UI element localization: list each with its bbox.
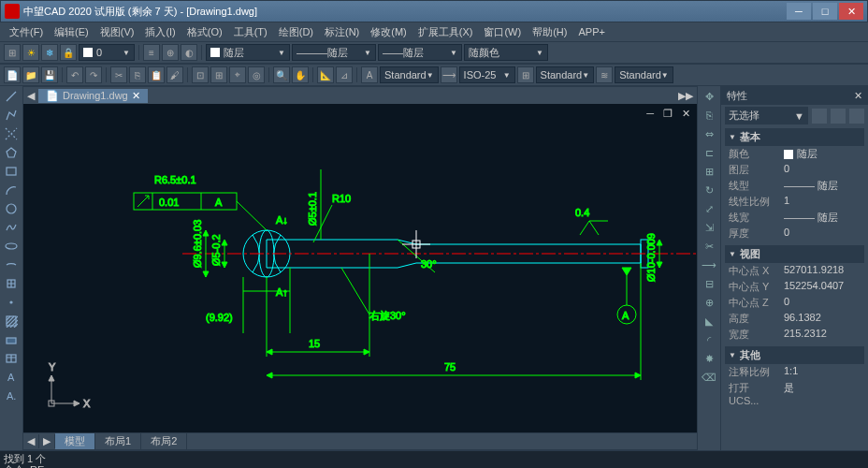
array-icon[interactable]: ⊞: [700, 163, 718, 180]
section-basic[interactable]: 基本: [725, 128, 864, 146]
tool-btn[interactable]: ⊿: [336, 66, 353, 83]
point-icon[interactable]: [2, 294, 21, 311]
dimstyle-dropdown[interactable]: ISO-25▼: [459, 66, 515, 83]
prop-row[interactable]: 线性比例1: [725, 194, 864, 210]
extend-icon[interactable]: ⟶: [700, 256, 718, 273]
linetype-dropdown[interactable]: ———随层▼: [292, 44, 376, 61]
tool-btn[interactable]: ◎: [248, 66, 265, 83]
spline-icon[interactable]: [2, 219, 21, 236]
prop-row[interactable]: 线型——— 随层: [725, 178, 864, 194]
tool-btn[interactable]: ◐: [181, 44, 197, 61]
menu-file[interactable]: 文件(F): [4, 23, 49, 41]
tool-btn[interactable]: ⌖: [229, 66, 246, 83]
section-view[interactable]: 视图: [725, 245, 864, 263]
textstyle-dropdown[interactable]: Standard▼: [380, 66, 439, 83]
tab-model[interactable]: 模型: [55, 433, 95, 449]
menu-dim[interactable]: 标注(N): [319, 23, 365, 41]
maximize-button[interactable]: □: [813, 3, 837, 20]
explode-icon[interactable]: ✸: [700, 350, 718, 367]
prop-row[interactable]: 宽度215.2312: [725, 327, 864, 343]
tool-btn[interactable]: ⊡: [192, 66, 209, 83]
region-icon[interactable]: [2, 331, 21, 348]
rotate-icon[interactable]: ↻: [700, 182, 718, 198]
mlstyle-dropdown[interactable]: Standard▼: [615, 66, 673, 83]
tool-btn[interactable]: ⊞: [210, 66, 227, 83]
tool-btn[interactable]: ≡: [143, 44, 160, 61]
join-icon[interactable]: ⊕: [700, 294, 718, 311]
copy-icon[interactable]: ⎘: [700, 107, 718, 124]
prop-row[interactable]: 颜色随层: [725, 146, 864, 162]
polygon-icon[interactable]: [2, 144, 21, 161]
command-line[interactable]: 找到 1 个 命令: RE REGEN 命令:: [0, 450, 868, 468]
table-style-icon[interactable]: ⊞: [517, 66, 534, 83]
save-icon[interactable]: 💾: [41, 66, 58, 83]
layer-state-dropdown[interactable]: 随层▼: [206, 44, 290, 61]
line-icon[interactable]: [2, 88, 21, 105]
prop-row[interactable]: 中心点 X527011.9218: [725, 263, 864, 279]
fillet-icon[interactable]: ◜: [700, 331, 718, 348]
text-style-icon[interactable]: A: [361, 66, 378, 83]
mirror-icon[interactable]: ⇔: [700, 125, 718, 142]
chamfer-icon[interactable]: ◣: [700, 313, 718, 329]
prop-row[interactable]: 中心点 Y152254.0407: [725, 279, 864, 295]
props-close-icon[interactable]: ✕: [854, 90, 862, 102]
tab-close-icon[interactable]: ✕: [132, 90, 140, 102]
arc-icon[interactable]: [2, 182, 21, 198]
tablestyle-dropdown[interactable]: Standard▼: [536, 66, 595, 83]
menu-modify[interactable]: 修改(M): [365, 23, 412, 41]
circle-icon[interactable]: [2, 200, 21, 217]
tool-btn[interactable]: ⊞: [4, 44, 21, 61]
tool-btn[interactable]: ✋: [292, 66, 309, 83]
menu-edit[interactable]: 编辑(E): [49, 23, 94, 41]
ml-style-icon[interactable]: ≋: [596, 66, 613, 83]
tab-layout1[interactable]: 布局1: [95, 433, 141, 449]
redo-icon[interactable]: ↷: [85, 66, 102, 83]
prop-row[interactable]: 注释比例1:1: [725, 364, 864, 380]
break-icon[interactable]: ⊟: [700, 275, 718, 292]
tool-btn[interactable]: ☀: [22, 44, 39, 61]
tool-btn[interactable]: 🔒: [60, 44, 77, 61]
offset-icon[interactable]: ⊏: [700, 144, 718, 161]
dim-style-icon[interactable]: ⟶: [441, 66, 457, 83]
text-icon[interactable]: A: [2, 369, 21, 386]
table-icon[interactable]: [2, 350, 21, 367]
pline-icon[interactable]: [2, 107, 21, 124]
copy-icon[interactable]: ⎘: [129, 66, 146, 83]
tab-layout2[interactable]: 布局2: [141, 433, 187, 449]
tool-btn[interactable]: 🔍: [273, 66, 290, 83]
prop-row[interactable]: 图层0: [725, 162, 864, 178]
erase-icon[interactable]: ⌫: [700, 369, 718, 386]
menu-tools[interactable]: 工具(T): [228, 23, 273, 41]
drawing-canvas[interactable]: ─ ❐ ✕: [23, 104, 697, 432]
ellipse-arc-icon[interactable]: [2, 256, 21, 273]
tool-btn[interactable]: 📐: [317, 66, 334, 83]
block-icon[interactable]: [2, 275, 21, 292]
trim-icon[interactable]: ✂: [700, 238, 718, 255]
ellipse-icon[interactable]: [2, 238, 21, 255]
prop-row[interactable]: 厚度0: [725, 226, 864, 241]
menu-app[interactable]: APP+: [572, 24, 610, 39]
hatch-icon[interactable]: [2, 313, 21, 329]
stretch-icon[interactable]: ⇲: [700, 219, 718, 236]
menu-insert[interactable]: 插入(I): [139, 23, 181, 41]
lineweight-dropdown[interactable]: ——随层▼: [378, 44, 462, 61]
props-icon[interactable]: [812, 109, 827, 124]
xline-icon[interactable]: [2, 125, 21, 142]
move-icon[interactable]: ✥: [700, 88, 718, 105]
match-icon[interactable]: 🖌: [166, 66, 183, 83]
section-other[interactable]: 其他: [725, 346, 864, 364]
close-button[interactable]: ✕: [839, 3, 863, 20]
paste-icon[interactable]: 📋: [148, 66, 165, 83]
minimize-button[interactable]: ─: [787, 3, 811, 20]
undo-icon[interactable]: ↶: [66, 66, 83, 83]
menu-window[interactable]: 窗口(W): [478, 23, 527, 41]
open-icon[interactable]: 📁: [22, 66, 39, 83]
prop-row[interactable]: 打开 UCS...是: [725, 380, 864, 407]
props-icon[interactable]: [831, 109, 846, 124]
selection-dropdown[interactable]: 无选择▼: [725, 107, 808, 124]
prop-row[interactable]: 高度96.1382: [725, 311, 864, 327]
menu-ext[interactable]: 扩展工具(X): [412, 23, 479, 41]
tool-btn[interactable]: ⊕: [162, 44, 179, 61]
mtext-icon[interactable]: A.: [2, 388, 21, 404]
props-icon[interactable]: [849, 109, 864, 124]
